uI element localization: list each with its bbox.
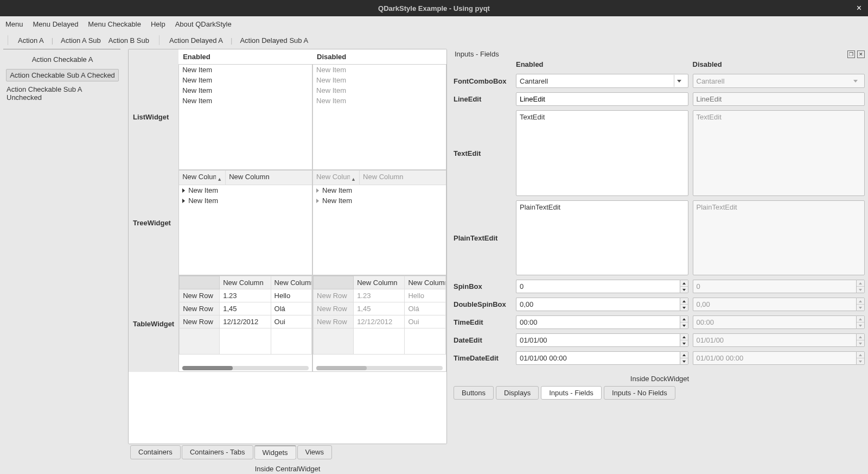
table-cell[interactable]: Hello <box>271 289 312 302</box>
text-edit-enabled[interactable]: TextEdit <box>516 110 688 196</box>
datetime-edit-enabled[interactable]: 01/01/00 00:00 <box>516 351 688 365</box>
tab-inputs-fields[interactable]: Inputs - Fields <box>541 386 602 400</box>
table-cell[interactable]: 1,45 <box>220 302 271 315</box>
spin-down-button[interactable] <box>680 340 688 346</box>
combo-value: Cantarell <box>520 77 548 85</box>
central-widget: Enabled Disabled ListWidget New Item New… <box>125 49 450 474</box>
scrollbar-thumb[interactable] <box>182 366 233 370</box>
toolbar-separator-icon <box>8 35 8 45</box>
table-column-header: New Column <box>354 276 405 289</box>
list-item: New Item <box>313 96 446 106</box>
horizontal-scrollbar[interactable] <box>182 366 309 370</box>
menu-item-about[interactable]: About QDarkStyle <box>175 20 232 28</box>
field-label-spinbox: SpinBox <box>454 282 512 290</box>
table-cell[interactable]: 1.23 <box>220 289 271 302</box>
table-cell[interactable]: Oui <box>271 315 312 328</box>
spin-up-button[interactable] <box>680 352 688 358</box>
sort-asc-icon: ▲ <box>351 176 356 182</box>
close-icon[interactable]: × <box>857 4 861 12</box>
tab-buttons[interactable]: Buttons <box>454 386 494 400</box>
spin-down-button[interactable] <box>680 304 688 311</box>
font-combo-enabled[interactable]: Cantarell <box>516 74 688 88</box>
double-spin-box-disabled: 0,00 <box>693 298 865 311</box>
toolbar-action-delayed-sub-a[interactable]: Action Delayed Sub A <box>240 36 308 45</box>
double-spin-box-enabled[interactable]: 0,00 <box>516 298 688 311</box>
dock-close-icon[interactable]: ✕ <box>857 50 865 58</box>
tab-widgets[interactable]: Widgets <box>254 445 296 459</box>
table-corner[interactable] <box>180 276 220 289</box>
table-row-header[interactable]: New Row <box>180 302 220 315</box>
spin-down-button[interactable] <box>680 358 688 364</box>
spin-up-button[interactable] <box>680 280 688 286</box>
menu-item-menu[interactable]: Menu <box>5 20 23 28</box>
line-edit-enabled[interactable] <box>516 92 688 106</box>
spin-box-enabled[interactable]: 0 <box>516 280 688 293</box>
toolbar-action-delayed-a[interactable]: Action Delayed A <box>169 36 223 45</box>
combo-value: Cantarell <box>697 77 725 85</box>
central-footer-label: Inside CentralWidget <box>128 462 447 474</box>
dock-inputs-fields: Inputs - Fields ❐ ✕ Enabled Disabled Fon… <box>450 49 868 474</box>
time-edit-enabled[interactable]: 00:00 <box>516 315 688 329</box>
list-item[interactable]: New Item <box>179 75 312 85</box>
date-edit-disabled: 01/01/00 <box>693 333 865 347</box>
triangle-down-icon <box>682 289 686 291</box>
menu-item-help[interactable]: Help <box>151 20 165 28</box>
table-column-header[interactable]: New Column <box>271 276 312 289</box>
triangle-down-icon <box>682 343 686 345</box>
tab-inputs-no-fields[interactable]: Inputs - No Fields <box>604 386 675 400</box>
tree-widget-enabled[interactable]: New Column▲ New Column New Item New Item <box>178 170 312 275</box>
table-widget-enabled[interactable]: New Column New Column New Row1.23Hello N… <box>178 275 312 372</box>
table-row: New Row1,45Olá <box>314 302 446 315</box>
sort-asc-icon: ▲ <box>217 176 222 182</box>
caret-right-icon <box>316 199 319 203</box>
spin-up-button[interactable] <box>680 298 688 304</box>
dock-float-icon[interactable]: ❐ <box>847 50 855 58</box>
tree-column-header[interactable]: New Column <box>226 170 312 185</box>
date-edit-enabled[interactable]: 01/01/00 <box>516 333 688 347</box>
list-item[interactable]: New Item <box>179 85 312 96</box>
tab-containers-tabs[interactable]: Containers - Tabs <box>182 445 253 459</box>
action-checkable-sub-checked[interactable]: Action Checkable Sub A Checked <box>6 69 119 81</box>
spin-down-button[interactable] <box>680 322 688 328</box>
table-cell[interactable]: 12/12/2012 <box>220 315 271 328</box>
menu-item-menu-delayed[interactable]: Menu Delayed <box>33 20 79 28</box>
side-toolbar-heading[interactable]: Action Checkable A <box>3 55 122 64</box>
plain-text-edit-disabled: PlainTextEdit <box>693 200 865 275</box>
table-column-header[interactable]: New Column <box>220 276 271 289</box>
triangle-up-icon <box>682 318 686 320</box>
plain-text-edit-enabled[interactable]: PlainTextEdit <box>516 200 688 275</box>
menu-item-menu-checkable[interactable]: Menu Checkable <box>88 20 141 28</box>
list-widget-disabled: New Item New Item New Item New Item <box>312 64 446 170</box>
triangle-down-icon <box>682 325 686 327</box>
tree-column-header[interactable]: New Column▲ <box>179 170 226 185</box>
spin-down-button[interactable] <box>680 286 688 293</box>
tree-column-header: New Column <box>360 170 446 185</box>
column-header-disabled: Disabled <box>693 60 865 69</box>
triangle-down-icon <box>859 307 862 309</box>
field-label-doublespinbox: DoubleSpinBox <box>454 300 512 308</box>
spin-up-button[interactable] <box>680 334 688 340</box>
table-row-header[interactable]: New Row <box>180 289 220 302</box>
table-corner <box>314 276 354 289</box>
toolbar-action-b-sub[interactable]: Action B Sub <box>108 36 149 45</box>
list-item[interactable]: New Item <box>179 96 312 106</box>
spin-up-button[interactable] <box>680 316 688 322</box>
table-cell[interactable]: Olá <box>271 302 312 315</box>
list-item[interactable]: New Item <box>179 65 312 75</box>
line-edit-disabled <box>693 92 865 106</box>
toolbar-action-a[interactable]: Action A <box>18 36 44 45</box>
field-label-lineedit: LineEdit <box>454 95 512 103</box>
dropdown-button[interactable] <box>674 75 685 87</box>
tree-item[interactable]: New Item <box>179 185 312 195</box>
table-cell: 1.23 <box>354 289 405 302</box>
action-checkable-sub-unchecked[interactable]: Action Checkable Sub A Unchecked <box>3 84 122 103</box>
tab-containers[interactable]: Containers <box>130 445 181 459</box>
toolbar-sep-icon: | <box>52 36 53 45</box>
tab-views[interactable]: Views <box>297 445 332 459</box>
tab-displays[interactable]: Displays <box>496 386 539 400</box>
toolbar-action-a-sub[interactable]: Action A Sub <box>61 36 101 45</box>
tree-item[interactable]: New Item <box>179 195 312 206</box>
list-item: New Item <box>313 75 446 85</box>
list-widget-enabled[interactable]: New Item New Item New Item New Item <box>178 64 312 170</box>
table-row-header[interactable]: New Row <box>180 315 220 328</box>
